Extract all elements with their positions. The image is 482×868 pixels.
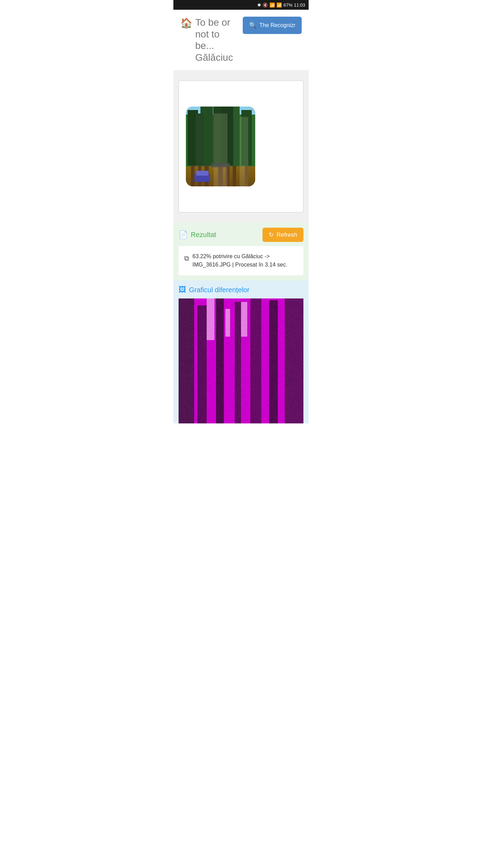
search-zoom-icon: 🔍 bbox=[249, 22, 257, 29]
diff-canvas bbox=[179, 298, 303, 423]
header-title-area: 🏠 To be or not to be... Gălăciuc bbox=[180, 17, 239, 63]
wifi-icon: 📶 bbox=[269, 2, 275, 8]
mute-icon: 🔇 bbox=[262, 2, 268, 8]
grafic-label: Graficul diferențelor bbox=[189, 286, 250, 294]
refresh-label: Refresh bbox=[276, 231, 297, 238]
forest-image bbox=[186, 107, 255, 186]
page-title: To be or not to be... Gălăciuc bbox=[195, 17, 239, 63]
forest-image-container bbox=[186, 107, 255, 186]
battery-text: 67% bbox=[283, 2, 292, 8]
image-section bbox=[173, 70, 309, 223]
grafic-header: 🖼 Graficul diferențelor bbox=[179, 285, 303, 294]
copy-icon: ⧉ bbox=[184, 253, 189, 263]
header: 🏠 To be or not to be... Gălăciuc 🔍 The R… bbox=[173, 10, 309, 70]
grafic-section: 🖼 Graficul diferențelor bbox=[173, 280, 309, 423]
home-icon: 🏠 bbox=[180, 17, 192, 29]
recognizr-button[interactable]: 🔍 The Recognizr bbox=[243, 17, 302, 34]
time-text: 11:03 bbox=[294, 2, 305, 8]
rezultat-title: 📄 Rezultat bbox=[179, 230, 216, 239]
rezultat-section: 📄 Rezultat ↻ Refresh ⧉ 63.22% potrivire … bbox=[173, 223, 309, 280]
status-icons: ✱ 🔇 📶 📶 67% 11:03 bbox=[257, 2, 305, 8]
rezultat-label: Rezultat bbox=[191, 231, 216, 239]
code-icon: 📄 bbox=[179, 230, 188, 239]
image-card bbox=[179, 81, 303, 212]
image-label bbox=[211, 163, 230, 167]
recognizr-label: The Recognizr bbox=[259, 22, 295, 28]
refresh-icon: ↻ bbox=[269, 231, 274, 238]
diff-image-container bbox=[179, 298, 303, 423]
rezultat-card: ⧉ 63.22% potrivire cu Gălăciuc -> IMG_36… bbox=[179, 246, 303, 275]
image-icon: 🖼 bbox=[179, 285, 186, 294]
result-text: 63.22% potrivire cu Gălăciuc -> IMG_3616… bbox=[192, 252, 298, 269]
status-bar: ✱ 🔇 📶 📶 67% 11:03 bbox=[173, 0, 309, 10]
rezultat-header: 📄 Rezultat ↻ Refresh bbox=[179, 228, 303, 242]
refresh-button[interactable]: ↻ Refresh bbox=[262, 228, 303, 242]
signal-icon: 📶 bbox=[276, 2, 282, 8]
bluetooth-icon: ✱ bbox=[257, 2, 261, 8]
